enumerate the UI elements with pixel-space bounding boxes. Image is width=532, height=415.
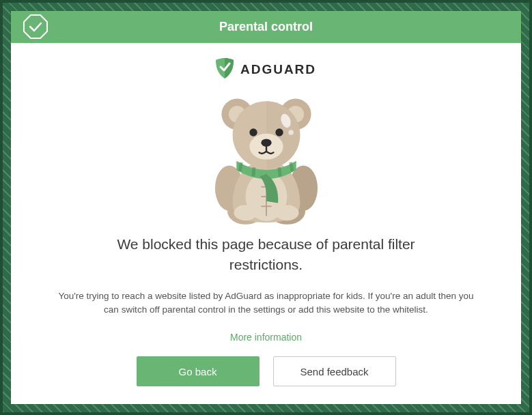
svg-point-22 (288, 130, 294, 135)
brand-logo: ADGUARD (216, 58, 316, 81)
dialog-header: Parental control (11, 11, 521, 43)
svg-marker-0 (24, 15, 47, 38)
shield-icon (216, 58, 234, 81)
svg-point-18 (249, 128, 257, 136)
send-feedback-button[interactable]: Send feedback (273, 356, 396, 386)
dialog-content: ADGUARD (11, 43, 521, 404)
block-subtext: You're trying to reach a website listed … (55, 289, 478, 317)
svg-point-20 (261, 139, 271, 146)
go-back-button[interactable]: Go back (137, 356, 260, 386)
dialog-title: Parental control (219, 20, 313, 34)
brand-name: ADGUARD (240, 62, 316, 77)
block-headline: We blocked this page because of parental… (89, 234, 444, 276)
dialog-panel: Parental control ADGUARD (11, 11, 521, 404)
bear-illustration (201, 89, 331, 226)
svg-point-19 (275, 128, 283, 136)
more-information-link[interactable]: More information (230, 332, 302, 343)
svg-point-14 (234, 205, 257, 220)
button-row: Go back Send feedback (137, 356, 396, 386)
check-octagon-icon (23, 14, 48, 39)
svg-point-15 (275, 205, 298, 220)
